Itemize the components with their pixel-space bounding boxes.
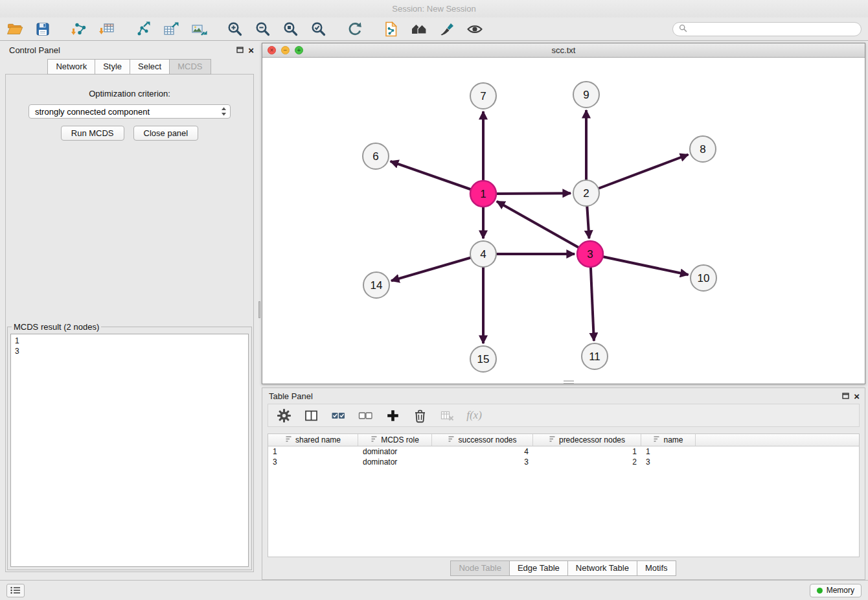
cell-mcds-role[interactable]: dominator (358, 446, 432, 457)
node-4[interactable]: 4 (470, 241, 496, 267)
edge-1-6[interactable] (391, 161, 483, 194)
dropdown-stepper-icon (221, 106, 227, 117)
network-window: × − + scc.txt 7968124314101511 (262, 43, 865, 384)
node-6[interactable]: 6 (363, 143, 389, 169)
tab-network[interactable]: Network (47, 59, 95, 75)
task-history-button[interactable] (6, 584, 25, 597)
tab-style[interactable]: Style (95, 59, 130, 75)
column-header-predecessor-nodes[interactable]: predecessor nodes (533, 434, 641, 446)
table-tab-network-table[interactable]: Network Table (567, 560, 637, 576)
column-header-successor-nodes[interactable]: successor nodes (432, 434, 533, 446)
splitter-grip-icon[interactable] (258, 301, 260, 318)
import-network-icon[interactable] (71, 21, 87, 38)
cell-name[interactable]: 1 (641, 446, 696, 457)
mcds-result-box: MCDS result (2 nodes) 13 (7, 322, 252, 570)
table-tab-motifs[interactable]: Motifs (637, 560, 676, 576)
table-tab-edge-table[interactable]: Edge Table (509, 560, 568, 576)
resize-grip[interactable] (564, 380, 574, 384)
cell-successor-nodes[interactable]: 4 (432, 446, 533, 457)
node-11[interactable]: 11 (582, 343, 608, 369)
tab-mcds[interactable]: MCDS (169, 59, 211, 75)
node-14[interactable]: 14 (363, 272, 389, 298)
svg-text:15: 15 (477, 353, 490, 365)
table-tab-node-table[interactable]: Node Table (450, 560, 510, 576)
column-header-mcds-role[interactable]: MCDS role (358, 434, 432, 446)
cell-successor-nodes[interactable]: 3 (432, 457, 533, 467)
node-3[interactable]: 3 (577, 241, 603, 267)
settings-gear-icon[interactable] (276, 408, 291, 423)
import-table-icon[interactable] (98, 21, 115, 38)
column-header-name[interactable]: name (641, 434, 696, 446)
edge-2-8[interactable] (586, 155, 689, 194)
svg-text:2: 2 (583, 187, 589, 200)
zoom-out-icon[interactable] (255, 21, 271, 38)
memory-button[interactable]: Memory (810, 584, 862, 597)
mcds-result-legend: MCDS result (2 nodes) (12, 322, 101, 332)
export-image-icon[interactable] (190, 21, 207, 38)
node-7[interactable]: 7 (470, 83, 496, 109)
cell-name[interactable]: 3 (641, 457, 696, 467)
sort-icon (285, 435, 292, 444)
delete-row-icon[interactable] (412, 408, 428, 423)
cell-predecessor-nodes[interactable]: 2 (533, 457, 641, 467)
mcds-buttons-row: Run MCDS Close panel (6, 126, 253, 141)
optimization-criterion-label: Optimization criterion: (6, 89, 253, 98)
network-document-icon[interactable] (383, 21, 400, 38)
edge-4-14[interactable] (391, 254, 483, 281)
float-table-panel-icon[interactable] (842, 393, 849, 399)
node-10[interactable]: 10 (691, 265, 716, 291)
criterion-value: strongly connected component (35, 107, 150, 117)
edge-3-1[interactable] (497, 202, 590, 254)
tab-select[interactable]: Select (130, 59, 170, 75)
search-input[interactable] (691, 25, 855, 34)
network-window-titlebar[interactable]: × − + scc.txt (262, 43, 865, 58)
refresh-icon[interactable] (347, 21, 363, 38)
mcds-panel-body: Optimization criterion: strongly connect… (5, 74, 254, 572)
close-window-button[interactable]: × (268, 46, 276, 54)
column-header-filler (696, 434, 859, 446)
maximize-window-button[interactable]: + (295, 46, 303, 54)
node-8[interactable]: 8 (690, 136, 716, 162)
close-control-panel-icon[interactable]: × (248, 45, 254, 55)
zoom-in-icon[interactable] (227, 21, 244, 38)
float-panel-icon[interactable] (236, 47, 244, 53)
edge-3-10[interactable] (590, 254, 689, 275)
node-1[interactable]: 1 (470, 181, 496, 207)
search-field[interactable] (672, 22, 862, 36)
window-titlebar[interactable]: Session: New Session (0, 0, 868, 17)
split-columns-icon[interactable] (303, 408, 319, 423)
eye-icon[interactable] (466, 21, 483, 38)
node-15[interactable]: 15 (470, 346, 496, 372)
zoom-fit-icon[interactable] (282, 21, 299, 38)
table-panel-header: Table Panel × (268, 389, 860, 402)
home-icon[interactable] (411, 21, 428, 38)
open-file-icon[interactable] (6, 21, 23, 38)
export-table-icon[interactable] (163, 21, 179, 38)
cell-predecessor-nodes[interactable]: 1 (533, 446, 641, 457)
cell-shared-name[interactable]: 3 (268, 457, 358, 467)
export-network-icon[interactable] (135, 21, 152, 38)
save-session-icon[interactable] (34, 21, 51, 38)
app-window: Session: New Session Control Panel × Net… (0, 0, 868, 600)
close-table-panel-icon[interactable]: × (854, 391, 860, 401)
cell-shared-name[interactable]: 1 (268, 446, 358, 457)
cell-mcds-role[interactable]: dominator (358, 457, 432, 467)
memory-label: Memory (827, 586, 854, 595)
run-mcds-button[interactable]: Run MCDS (61, 126, 124, 141)
close-panel-button[interactable]: Close panel (133, 126, 199, 141)
network-canvas[interactable]: 7968124314101511 (262, 58, 865, 384)
svg-text:4: 4 (480, 248, 486, 260)
criterion-dropdown[interactable]: strongly connected component (29, 104, 231, 119)
minimize-window-button[interactable]: − (281, 46, 290, 54)
table-row[interactable]: 3dominator323 (268, 457, 859, 467)
table-row[interactable]: 1dominator411 (268, 446, 859, 457)
node-9[interactable]: 9 (573, 82, 599, 108)
select-all-icon[interactable] (330, 408, 346, 423)
zoom-selected-icon[interactable] (310, 21, 327, 38)
mcds-result-list[interactable]: 13 (10, 334, 249, 567)
style-brush-icon[interactable] (439, 21, 455, 38)
node-2[interactable]: 2 (573, 180, 599, 206)
column-header-shared-name[interactable]: shared name (268, 434, 358, 446)
add-row-icon[interactable] (385, 408, 400, 423)
deselect-all-icon[interactable] (358, 408, 373, 423)
